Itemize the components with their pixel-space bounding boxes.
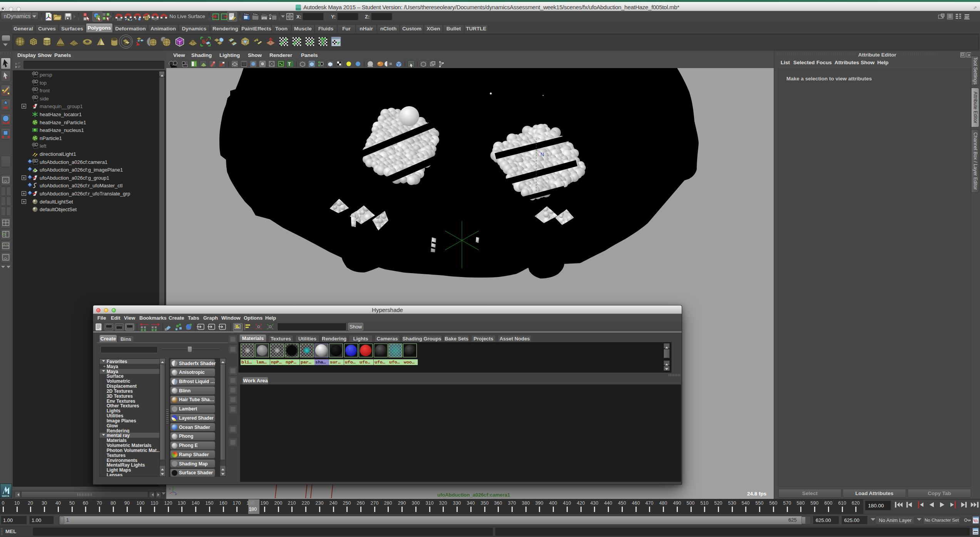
svg-text:MAYA: MAYA xyxy=(2,495,9,497)
svg-text:z: z xyxy=(175,492,177,496)
svg-text:IPR: IPR xyxy=(262,17,267,20)
svg-text:T: T xyxy=(288,62,291,67)
svg-text:x: x xyxy=(169,487,171,490)
svg-text:N: N xyxy=(540,152,544,157)
